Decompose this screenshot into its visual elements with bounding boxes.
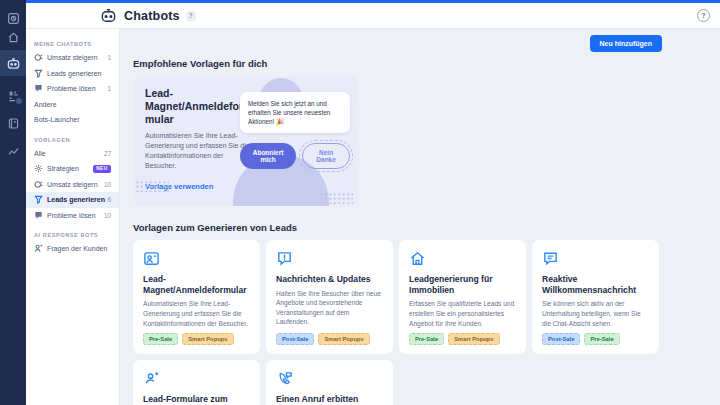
tag: Pre-Sale xyxy=(584,333,619,345)
template-card-lead-formulare[interactable]: Lead-Formulare zum Erfassen xyxy=(133,360,260,405)
home-icon xyxy=(7,31,20,44)
template-card-immobilien[interactable]: Leadgenerierung für Immobilien Erfassen … xyxy=(399,240,526,354)
rail-item-chatbots[interactable] xyxy=(0,50,26,76)
tag: Pre-Sale xyxy=(143,333,178,345)
notification-dot xyxy=(15,97,23,105)
title-help-badge[interactable]: ? xyxy=(186,11,196,21)
tag: Smart Popups xyxy=(182,333,233,345)
gear-icon xyxy=(34,164,43,173)
sidebar-item-leads-generieren[interactable]: Leads generieren xyxy=(26,66,119,82)
line-chart-icon xyxy=(7,145,20,158)
announcement-icon xyxy=(276,250,383,267)
template-cards-grid: Lead-Magnet/Anmeldeformular Automatisier… xyxy=(133,240,660,354)
chat-bubble: Melden Sie sich jetzt an und erhalten Si… xyxy=(240,92,350,133)
lead-form-icon xyxy=(143,250,250,267)
sidebar-item-fragen-der-kunden[interactable]: Fragen der Kunden xyxy=(26,241,119,257)
featured-template-card: Lead-Magnet/Anmeldeformular Automatisier… xyxy=(133,76,359,206)
section-title: Vorlagen zum Generieren von Leads xyxy=(133,222,720,233)
add-new-button[interactable]: Neu hinzufügen xyxy=(590,35,663,52)
sidebar-item-alle[interactable]: Alle 27 xyxy=(26,146,119,162)
sidebar-item-bots-launcher[interactable]: Bots-Launcher xyxy=(26,112,119,128)
sidebar-item-andere[interactable]: Andere xyxy=(26,97,119,113)
tag: Post-Sale xyxy=(542,333,580,345)
decline-button[interactable]: Nein Danke xyxy=(302,143,350,169)
section-vorlagen: VORLAGEN xyxy=(34,137,111,143)
revenue-icon xyxy=(34,53,43,62)
message-icon xyxy=(542,250,649,267)
featured-title: Lead-Magnet/Anmeldeformular xyxy=(145,87,249,125)
chatbots-logo-icon xyxy=(100,7,117,24)
rail-item-campaigns[interactable] xyxy=(0,83,26,109)
template-card-lead-magnet[interactable]: Lead-Magnet/Anmeldeformular Automatisier… xyxy=(133,240,260,354)
template-card-willkommensnachricht[interactable]: Reaktive Willkommensnachricht Sie können… xyxy=(532,240,659,354)
sidebar-item-umsatz-steigern-vorlagen[interactable]: Umsatz steigern 10 xyxy=(26,177,119,193)
funnel-icon xyxy=(34,69,43,78)
neu-badge: NEU xyxy=(93,165,111,173)
chatbot-icon xyxy=(6,56,21,71)
rail-item-home[interactable] xyxy=(0,24,26,50)
phone-chat-icon xyxy=(276,370,383,387)
tag: Smart Popups xyxy=(448,333,499,345)
sidebar-item-strategien[interactable]: Strategien NEU xyxy=(26,161,119,177)
rail-item-knowledge[interactable] xyxy=(0,110,26,136)
dots-decoration xyxy=(135,180,169,192)
template-card-nachrichten-updates[interactable]: Nachrichten & Updates Halten Sie Ihre Be… xyxy=(266,240,393,354)
chat-question-icon xyxy=(34,211,43,220)
sidebar-item-probleme-loesen-vorlagen[interactable]: Probleme lösen 10 xyxy=(26,208,119,224)
subscribe-button[interactable]: Abonniert mich xyxy=(240,143,296,169)
section-meine-chatbots: MEINE CHATBOTS xyxy=(34,41,111,47)
tag: Pre-Sale xyxy=(409,333,444,345)
template-card-anruf[interactable]: Einen Anruf erbitten xyxy=(266,360,393,405)
chat-preview: Melden Sie sich jetzt an und erhalten Si… xyxy=(240,92,350,169)
sidebar: MEINE CHATBOTS Umsatz steigern 1 Leads g… xyxy=(26,29,120,405)
rail-item-analytics[interactable] xyxy=(0,138,26,164)
funnel-icon xyxy=(34,195,43,204)
featured-description: Automatisieren Sie Ihre Lead-Generierung… xyxy=(145,131,251,170)
revenue-icon xyxy=(34,180,43,189)
chat-question-icon xyxy=(34,84,43,93)
header: Chatbots ? ? xyxy=(26,3,720,29)
sidebar-item-leads-generieren-vorlagen[interactable]: Leads generieren 6 xyxy=(26,192,119,208)
icon-rail xyxy=(0,0,26,405)
page-title: Chatbots xyxy=(124,9,180,23)
template-cards-grid-row2: Lead-Formulare zum Erfassen Einen Anruf … xyxy=(133,360,660,405)
sidebar-item-umsatz-steigern[interactable]: Umsatz steigern 1 xyxy=(26,50,119,66)
main-content: Neu hinzufügen Empfohlene Vorlagen für d… xyxy=(120,29,720,405)
top-accent-stripe xyxy=(26,0,720,3)
panel-icon xyxy=(7,12,20,25)
section-ai-response-bots: AI RESPONSE BOTS xyxy=(34,232,111,238)
sidebar-item-probleme-loesen[interactable]: Probleme lösen 1 xyxy=(26,81,119,97)
tag: Smart Popups xyxy=(318,333,369,345)
book-icon xyxy=(7,117,20,130)
tag: Post-Sale xyxy=(276,333,314,345)
add-user-icon xyxy=(143,370,250,387)
recommended-title: Empfohlene Vorlagen für dich xyxy=(133,58,720,69)
house-icon xyxy=(409,250,516,267)
help-icon[interactable]: ? xyxy=(697,9,710,22)
dots-decoration xyxy=(319,192,353,204)
customer-icon xyxy=(34,244,43,253)
